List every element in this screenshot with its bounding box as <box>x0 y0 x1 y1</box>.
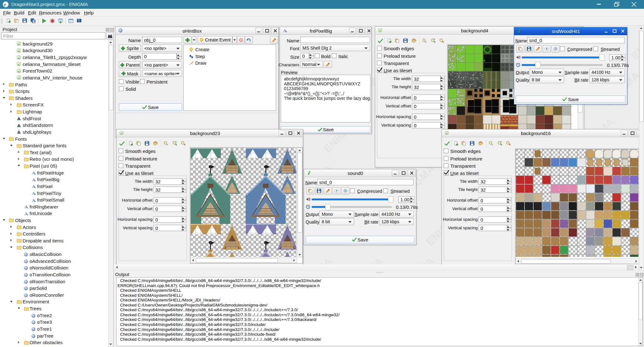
svg-text:e: e <box>4 2 6 7</box>
